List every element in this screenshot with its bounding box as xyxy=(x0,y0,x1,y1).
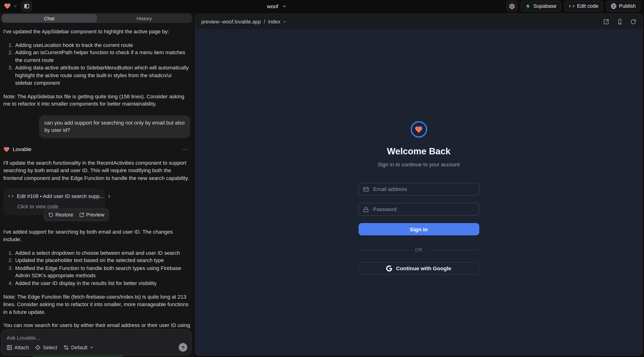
supabase-bolt-icon xyxy=(525,3,531,9)
assistant-list: Adding useLocation hook to track the cur… xyxy=(3,41,190,87)
envelope-icon xyxy=(363,186,369,192)
list-item: Adding useLocation hook to track the cur… xyxy=(14,41,190,49)
publish-label: Publish xyxy=(619,3,636,9)
assistant-paragraph: I've updated the AppSidebar component to… xyxy=(3,28,190,36)
page-title: Welcome Back xyxy=(387,146,450,157)
tab-chat[interactable]: Chat xyxy=(2,14,96,23)
list-item: Added the user ID display in the results… xyxy=(14,280,190,287)
list-item: Adding data-active attribute to SidebarM… xyxy=(14,64,190,87)
assistant-list: Added a select dropdown to choose betwee… xyxy=(3,249,190,287)
preview-button[interactable]: Preview xyxy=(79,211,104,218)
heart-icon xyxy=(414,125,423,134)
email-field[interactable] xyxy=(358,183,479,196)
lovable-logo-menu[interactable] xyxy=(4,2,17,10)
chat-input[interactable] xyxy=(6,335,186,341)
preview-url-bar: preview--woof.lovable.app / index xyxy=(195,14,642,29)
arrow-up-icon xyxy=(180,345,186,350)
send-button[interactable] xyxy=(179,343,188,352)
chevron-down-icon xyxy=(13,4,17,8)
chat-history-tabs: Chat History xyxy=(1,14,192,23)
attach-button[interactable]: Attach xyxy=(6,344,29,350)
list-item: Adding an isCurrentPath helper function … xyxy=(14,49,190,64)
panel-left-icon xyxy=(24,3,30,9)
refresh-button[interactable] xyxy=(630,19,636,25)
select-label: Select xyxy=(43,344,57,350)
mobile-view-button[interactable] xyxy=(617,19,623,25)
settings-button[interactable] xyxy=(506,1,517,12)
publish-button[interactable]: Publish xyxy=(606,1,640,12)
edit-card-title: Edit #108 • Add user ID search supp... xyxy=(17,192,104,200)
assistant-paragraph: I've added support for searching by both… xyxy=(3,228,190,244)
signin-card: Welcome Back Sign in to continue to your… xyxy=(358,29,479,275)
edit-card-header: Edit #108 • Add user ID search supp... xyxy=(8,192,100,200)
edit-code-button[interactable]: Edit code xyxy=(564,1,603,12)
tab-history[interactable]: History xyxy=(96,14,192,23)
preview-panel: preview--woof.lovable.app / index xyxy=(195,14,643,356)
code-brackets-icon xyxy=(8,194,14,199)
or-label: OR xyxy=(415,247,422,252)
message-menu-button[interactable] xyxy=(182,147,190,153)
edit-card-actions: Restore Preview xyxy=(44,208,109,221)
code-brackets-icon xyxy=(569,3,574,9)
password-input[interactable] xyxy=(372,206,475,213)
external-link-icon xyxy=(79,212,84,217)
image-plus-icon xyxy=(6,344,12,350)
preview-toolbar-icons xyxy=(604,19,636,25)
chevron-right-icon xyxy=(107,194,112,199)
mode-selector[interactable]: Default xyxy=(63,344,94,350)
toggle-sidebar-button[interactable] xyxy=(21,1,32,12)
assistant-note: Note: The AppSidebar.tsx file is getting… xyxy=(3,93,190,108)
project-name: woof xyxy=(267,3,278,9)
lovable-heart-icon xyxy=(3,146,10,153)
list-item: Modified the Edge Function to handle bot… xyxy=(14,264,190,280)
divider-line xyxy=(358,250,410,250)
sliders-icon xyxy=(63,344,69,350)
chevron-down-icon xyxy=(282,4,287,8)
preview-url-dropdown[interactable]: preview--woof.lovable.app / index xyxy=(201,19,286,25)
top-bar: woof Supabase Edit code xyxy=(0,0,644,12)
url-path-separator: / xyxy=(264,19,265,25)
list-item: Added a select dropdown to choose betwee… xyxy=(14,249,190,257)
google-button-label: Continue with Google xyxy=(396,265,451,272)
app-root: woof Supabase Edit code xyxy=(0,0,644,357)
edit-code-label: Edit code xyxy=(577,3,598,9)
or-divider: OR xyxy=(358,247,479,252)
continue-with-google-button[interactable]: Continue with Google xyxy=(358,262,479,275)
supabase-button[interactable]: Supabase xyxy=(521,1,561,12)
chevron-down-icon xyxy=(282,20,286,24)
password-field[interactable] xyxy=(358,203,479,216)
edit-version-card[interactable]: Edit #108 • Add user ID search supp... C… xyxy=(3,188,105,215)
message-list: I've updated the AppSidebar component to… xyxy=(0,23,194,357)
restore-icon xyxy=(48,212,53,217)
restore-button[interactable]: Restore xyxy=(48,211,73,218)
topbar-actions: Supabase Edit code Publish xyxy=(506,1,640,12)
page-subtitle: Sign in to continue to your account xyxy=(378,162,460,168)
project-name-menu[interactable]: woof xyxy=(267,0,287,12)
assistant-name: Lovable xyxy=(13,146,32,154)
user-message-bubble: can you add support for searching not on… xyxy=(39,116,190,138)
email-input[interactable] xyxy=(372,186,475,193)
preview-viewport: Welcome Back Sign in to continue to your… xyxy=(195,29,642,355)
select-button[interactable]: Select xyxy=(35,344,57,350)
preview-label: Preview xyxy=(86,211,104,218)
locate-icon xyxy=(35,344,41,350)
gear-icon xyxy=(509,3,515,9)
composer-toolbar: Attach Select Default xyxy=(6,343,188,352)
app-logo xyxy=(410,121,427,138)
list-item: Updated the placeholder text based on th… xyxy=(14,257,190,264)
assistant-note: Note: The Edge Function file (fetch-fire… xyxy=(3,293,190,316)
user-message-row: can you add support for searching not on… xyxy=(3,116,190,138)
assistant-paragraph: I'll update the search functionality in … xyxy=(3,159,190,182)
lovable-heart-icon xyxy=(4,2,11,10)
open-in-new-tab-button[interactable] xyxy=(604,19,609,25)
globe-icon xyxy=(611,3,616,9)
chat-panel: Chat History I've updated the AppSidebar… xyxy=(0,12,194,357)
chat-composer: Attach Select Default xyxy=(1,330,191,355)
supabase-label: Supabase xyxy=(533,3,556,9)
sign-in-button[interactable]: Sign in xyxy=(358,223,479,236)
preview-page: index xyxy=(268,19,280,25)
restore-label: Restore xyxy=(55,211,74,218)
lock-icon xyxy=(363,206,369,212)
preview-url: preview--woof.lovable.app xyxy=(201,19,261,25)
attach-label: Attach xyxy=(14,344,29,350)
